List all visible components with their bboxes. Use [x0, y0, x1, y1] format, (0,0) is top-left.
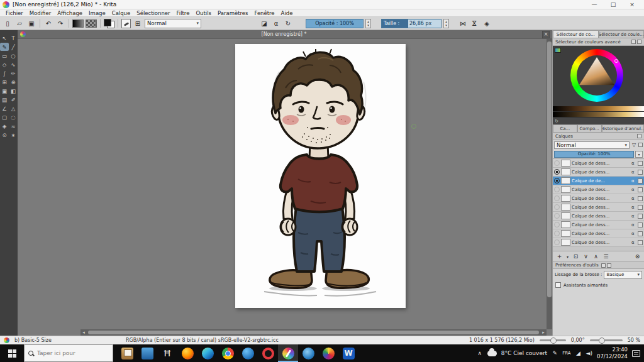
save-document-icon[interactable]: ▣: [26, 18, 36, 28]
search-input[interactable]: [37, 350, 109, 356]
layer-lock-icon[interactable]: [638, 231, 643, 236]
redo-icon[interactable]: ↷: [55, 18, 65, 28]
shade-strip-2[interactable]: [553, 112, 644, 118]
add-layer-button[interactable]: +: [555, 253, 564, 260]
layer-visibility-icon[interactable]: [554, 178, 560, 184]
layer-lock-icon[interactable]: [638, 222, 643, 228]
taskbar-app-icon[interactable]: [117, 344, 137, 362]
layer-lock-icon[interactable]: [638, 187, 643, 192]
refresh-shades-icon[interactable]: ↻: [555, 119, 558, 124]
weather-text[interactable]: 8°C Ciel couvert: [501, 350, 547, 356]
layer-visibility-icon[interactable]: [554, 169, 560, 175]
preserve-alpha-icon[interactable]: α: [271, 18, 281, 28]
docker-close-icon[interactable]: [637, 40, 641, 44]
foreground-background-color[interactable]: [104, 19, 114, 28]
docker-float-icon[interactable]: [631, 40, 636, 44]
docker-tab[interactable]: Ca...: [553, 124, 577, 133]
opacity-slider[interactable]: Opacité : 100%: [306, 19, 364, 28]
tool-button[interactable]: ◇: [0, 60, 9, 69]
mirror-vertical-icon[interactable]: ⋈: [470, 18, 480, 28]
layer-alpha-icon[interactable]: [631, 170, 636, 175]
layer-visibility-icon[interactable]: [554, 204, 560, 210]
layer-row[interactable]: Calque de dess...: [553, 212, 644, 221]
tool-button[interactable]: ◈: [0, 122, 9, 130]
tool-button[interactable]: ✎: [0, 43, 9, 51]
snap-icon[interactable]: ◈: [482, 18, 492, 28]
docker-tab[interactable]: Compo...: [577, 124, 602, 133]
tool-button[interactable]: ⊞: [0, 78, 9, 86]
tab-color-selector[interactable]: Sélecteur de co...: [553, 30, 599, 38]
brush-size-slider[interactable]: Taille : 26,86 px: [381, 19, 441, 28]
menu-item[interactable]: Sélectionner: [133, 10, 173, 16]
layer-lock-icon[interactable]: [638, 214, 643, 219]
vertical-scrollbar-thumb[interactable]: [547, 41, 552, 297]
taskbar-app-icon[interactable]: W: [338, 344, 358, 362]
brush-preset-name[interactable]: b) Basic-5 Size: [14, 337, 52, 343]
layer-row[interactable]: Calque de dess...: [553, 185, 644, 194]
maximize-button[interactable]: □: [604, 1, 623, 8]
layer-lock-icon[interactable]: [638, 205, 643, 210]
layer-lock-icon[interactable]: [638, 170, 643, 175]
tool-button[interactable]: ╱: [9, 43, 18, 51]
zoom-value[interactable]: 50 %: [628, 337, 640, 343]
canvas-viewport[interactable]: ◂ ▸: [18, 39, 552, 336]
menu-item[interactable]: Outils: [192, 10, 214, 16]
tray-chevron-icon[interactable]: ∧: [477, 350, 483, 356]
layer-row[interactable]: Calque de dess...: [553, 203, 644, 212]
layer-visibility-icon[interactable]: [554, 160, 560, 166]
reload-preset-icon[interactable]: ↻: [283, 18, 293, 28]
horizontal-scrollbar-track[interactable]: [87, 330, 540, 335]
move-layer-down-button[interactable]: ∨: [582, 253, 590, 260]
brush-smoothing-dropdown[interactable]: Basique: [604, 271, 642, 279]
close-button[interactable]: ×: [623, 1, 641, 8]
tool-button[interactable]: ▣: [0, 87, 9, 95]
tool-button[interactable]: ◌: [9, 113, 18, 121]
assistants-checkbox[interactable]: [555, 282, 561, 288]
taskbar-clock[interactable]: 23:40 07/12/2024: [597, 346, 628, 359]
delete-layer-button[interactable]: ⊗: [633, 253, 641, 260]
document-close-icon[interactable]: ×: [542, 31, 550, 38]
docker-float-icon[interactable]: [601, 263, 606, 268]
start-button[interactable]: [0, 344, 24, 362]
layer-lock-icon[interactable]: [638, 240, 643, 245]
hue-ring[interactable]: [570, 49, 623, 102]
tool-button[interactable]: △: [9, 104, 18, 112]
menu-item[interactable]: Fichier: [3, 10, 26, 16]
layer-properties-button[interactable]: ☰: [602, 253, 610, 260]
layer-alpha-icon[interactable]: [631, 178, 636, 184]
tray-icon[interactable]: ◢: [575, 350, 582, 356]
layer-lock-icon[interactable]: [638, 196, 643, 201]
layer-filter-options-icon[interactable]: [638, 143, 643, 147]
tool-button[interactable]: ▤: [0, 96, 9, 104]
taskbar-search[interactable]: [24, 344, 113, 362]
docker-float-icon[interactable]: [637, 134, 641, 138]
zoom-slider[interactable]: [590, 339, 623, 341]
layer-row[interactable]: Calque de dess...: [553, 194, 644, 203]
menu-item[interactable]: Affichage: [54, 10, 86, 16]
layer-blend-dropdown[interactable]: Normal: [554, 141, 630, 149]
layer-alpha-icon[interactable]: [631, 196, 636, 201]
taskbar-app-icon[interactable]: Ħ: [157, 344, 177, 362]
layer-visibility-icon[interactable]: [554, 222, 560, 228]
size-spinner[interactable]: ▴▾: [443, 19, 449, 28]
notification-center-icon[interactable]: [632, 350, 640, 357]
layer-opacity-spinner[interactable]: ▾: [635, 151, 643, 158]
open-document-icon[interactable]: ▱: [14, 18, 25, 28]
taskbar-app-icon[interactable]: [258, 344, 278, 362]
taskbar-app-icon[interactable]: [218, 344, 238, 362]
taskbar-app-icon[interactable]: [177, 344, 197, 362]
saturation-triangle[interactable]: [579, 57, 614, 91]
mirror-horizontal-icon[interactable]: ⋈: [458, 18, 468, 28]
layer-alpha-icon[interactable]: [631, 231, 636, 236]
tool-button[interactable]: T: [9, 34, 18, 42]
layer-row[interactable]: Calque de dess...: [553, 229, 644, 238]
palette-mini-icon[interactable]: [555, 48, 561, 53]
layer-alpha-icon[interactable]: [631, 205, 636, 210]
tab-color-selector-2[interactable]: Sélecteur de coule...: [599, 30, 644, 38]
tool-button[interactable]: ▭: [0, 52, 9, 60]
tool-button[interactable]: ≈: [9, 122, 18, 130]
vertical-scrollbar[interactable]: [547, 39, 552, 329]
tray-icon[interactable]: ◄): [586, 350, 592, 356]
horizontal-scrollbar[interactable]: ◂ ▸: [80, 329, 547, 336]
tool-button[interactable]: ⊕: [9, 78, 18, 86]
